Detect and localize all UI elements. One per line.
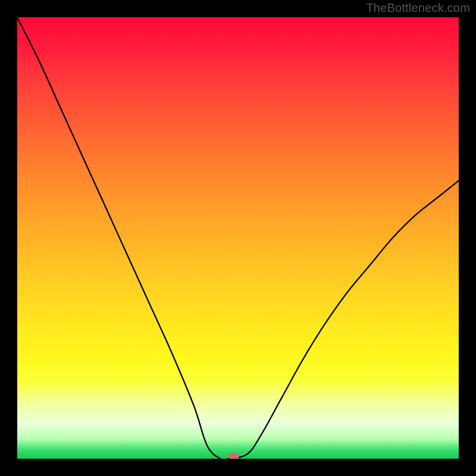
- bottleneck-curve-path: [17, 17, 459, 459]
- optimal-point-marker: [228, 453, 239, 459]
- watermark-text: TheBottleneck.com: [366, 1, 470, 15]
- bottleneck-curve-svg: [17, 17, 459, 459]
- plot-area: [17, 17, 459, 459]
- chart-frame: TheBottleneck.com: [0, 0, 476, 476]
